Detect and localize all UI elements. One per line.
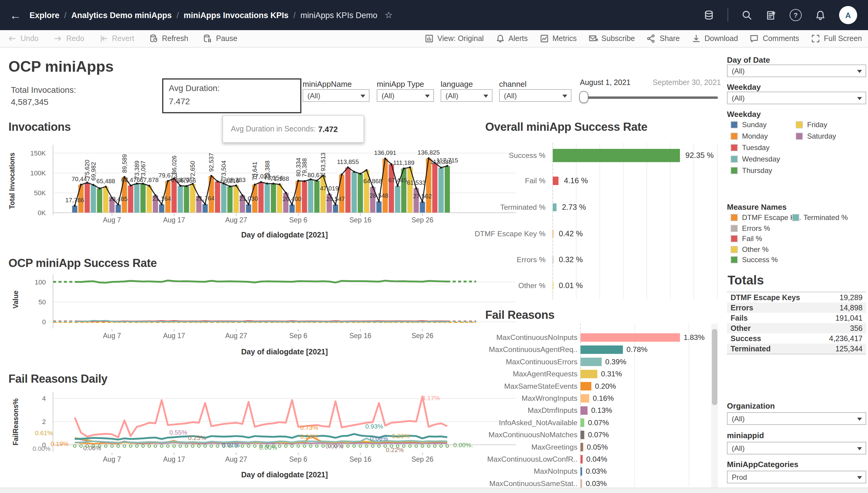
- legend-swatch: [731, 245, 738, 253]
- fullscreen-icon: [811, 34, 820, 43]
- legend-item-monday[interactable]: Monday: [731, 132, 768, 141]
- toolbar-share-button[interactable]: Share: [647, 34, 680, 43]
- filter-dropdown-miniapp type[interactable]: (All): [377, 89, 434, 102]
- invocations-bar: [234, 186, 239, 213]
- svg-text:0.22%: 0.22%: [386, 446, 404, 453]
- legend-item-terminated-[interactable]: Terminated %: [792, 213, 848, 222]
- toolbar-alerts-button[interactable]: Alerts: [495, 34, 528, 43]
- miniapp-categories-dropdown[interactable]: Prod: [727, 471, 866, 484]
- fail-reasons-scrollbar-thumb[interactable]: [712, 329, 717, 405]
- svg-text:Sep 16: Sep 16: [349, 216, 371, 224]
- subscribe-icon: [588, 34, 598, 43]
- svg-text:Aug 17: Aug 17: [163, 216, 185, 224]
- chevron-down-icon: [562, 94, 567, 98]
- legend-label: Success %: [742, 256, 778, 264]
- chevron-down-icon: [857, 70, 862, 73]
- filter-dropdown-language[interactable]: (All): [441, 89, 493, 102]
- organization-dropdown[interactable]: (All): [727, 412, 866, 425]
- day-of-date-dropdown[interactable]: (All): [727, 64, 866, 77]
- toolbar-full-screen-button[interactable]: Full Screen: [811, 34, 862, 43]
- toolbar-item-label: Alerts: [508, 34, 528, 43]
- toolbar-download-button[interactable]: Download: [691, 34, 738, 43]
- svg-text:0: 0: [42, 318, 46, 326]
- weekday-dropdown[interactable]: (All): [727, 92, 866, 104]
- help-icon[interactable]: ?: [790, 9, 802, 21]
- new-workbook-icon[interactable]: [765, 9, 776, 21]
- invocations-bar: [91, 185, 96, 213]
- filter-dropdown-channel[interactable]: (All): [499, 89, 571, 102]
- breadcrumb-item[interactable]: miniApps Invocations KPIs: [183, 10, 288, 20]
- horizontal-scrollbar[interactable]: [0, 488, 868, 493]
- revert-icon: [99, 34, 108, 43]
- legend-label: Saturday: [807, 132, 836, 141]
- miniappid-dropdown[interactable]: (All): [727, 442, 866, 454]
- svg-text:InfoAsked_NotAvailable: InfoAsked_NotAvailable: [499, 419, 578, 427]
- svg-text:50: 50: [39, 298, 46, 306]
- invocations-bar: [265, 184, 270, 213]
- svg-text:79,388: 79,388: [301, 158, 308, 177]
- breadcrumb-item[interactable]: Analytics Demo miniApps: [71, 10, 172, 20]
- dropdown-value: (All): [446, 91, 458, 100]
- toolbar-metrics-button[interactable]: Metrics: [539, 34, 577, 43]
- filter-dropdown-miniappname[interactable]: (All): [303, 89, 369, 102]
- legend-item-success-[interactable]: Success %: [731, 256, 778, 264]
- legend-item-sunday[interactable]: Sunday: [731, 121, 766, 129]
- toolbar-pause-button[interactable]: Pause: [203, 34, 238, 43]
- avatar[interactable]: A: [839, 6, 857, 24]
- database-icon[interactable]: [703, 9, 714, 21]
- svg-text:150K: 150K: [30, 149, 46, 157]
- invocations-bar: [215, 181, 220, 213]
- totals-row-label: Terminated: [731, 344, 771, 353]
- toolbar-revert-button: Revert: [99, 34, 134, 43]
- toolbar-refresh-button[interactable]: Refresh: [149, 34, 188, 43]
- invocations-bar: [159, 204, 164, 213]
- legend-item-errors-[interactable]: Errors %: [731, 224, 770, 232]
- invocations-bar: [246, 204, 251, 213]
- overall-bar: [553, 203, 556, 211]
- svg-text:21,164: 21,164: [152, 195, 171, 202]
- totals-row-fails: Fails191,041: [727, 313, 866, 323]
- toolbar-item-label: Refresh: [162, 34, 188, 43]
- svg-text:100K: 100K: [30, 169, 46, 177]
- legend-label: Terminated %: [803, 213, 848, 222]
- svg-text:0.32 %: 0.32 %: [559, 255, 583, 264]
- svg-text:0.78%: 0.78%: [627, 345, 648, 353]
- legend-label: Fail %: [742, 234, 762, 243]
- invocations-bar: [376, 201, 382, 213]
- notifications-icon[interactable]: [815, 9, 826, 21]
- svg-text:4: 4: [42, 395, 46, 402]
- invocations-bar: [358, 174, 363, 213]
- breadcrumb-item[interactable]: Explore: [29, 10, 59, 20]
- svg-text:0.25%: 0.25%: [188, 434, 206, 441]
- legend-item-friday[interactable]: Friday: [796, 121, 827, 129]
- svg-text:Aug 17: Aug 17: [163, 332, 185, 340]
- svg-text:20,400: 20,400: [283, 196, 301, 202]
- toolbar-comments-button[interactable]: Comments: [750, 34, 799, 43]
- svg-text:68,383: 68,383: [226, 177, 245, 183]
- invocations-bar: [97, 188, 102, 213]
- legend-item-other-[interactable]: Other %: [731, 245, 768, 253]
- dropdown-value: (All): [732, 414, 745, 423]
- legend-item-wednesday[interactable]: Wednesday: [731, 155, 780, 163]
- favorite-star-icon[interactable]: ☆: [385, 9, 393, 21]
- search-icon[interactable]: [741, 9, 752, 21]
- svg-text:0.01%: 0.01%: [222, 442, 240, 448]
- svg-text:0.08%: 0.08%: [370, 435, 388, 442]
- back-arrow-icon[interactable]: ←: [9, 9, 21, 21]
- legend-item-tuesday[interactable]: Tuesday: [731, 144, 769, 152]
- toolbar-subscribe-button[interactable]: Subscribe: [588, 34, 635, 43]
- legend-item-saturday[interactable]: Saturday: [796, 132, 836, 141]
- legend-item-thursday[interactable]: Thursday: [731, 166, 772, 175]
- fail-reason-bar: [581, 370, 598, 378]
- totals-title: Totals: [728, 273, 764, 287]
- toolbar-right-group: View: OriginalAlertsMetricsSubscribeShar…: [424, 34, 862, 43]
- fail-reason-bar: [581, 443, 583, 451]
- breadcrumb-item[interactable]: miniApps KPIs Demo: [301, 10, 377, 20]
- legend-swatch: [731, 214, 738, 221]
- legend-item-fail-[interactable]: Fail %: [731, 234, 762, 243]
- legend-item-dtmf-escape-k-[interactable]: DTMF Escape K...: [731, 213, 801, 222]
- fail-reason-bar: [581, 431, 584, 439]
- svg-text:0.20%: 0.20%: [392, 432, 410, 440]
- toolbar-view-original-button[interactable]: View: Original: [424, 34, 484, 43]
- charts-canvas[interactable]: 0K50K100K150KTotal Invocations17,78670,4…: [0, 47, 723, 493]
